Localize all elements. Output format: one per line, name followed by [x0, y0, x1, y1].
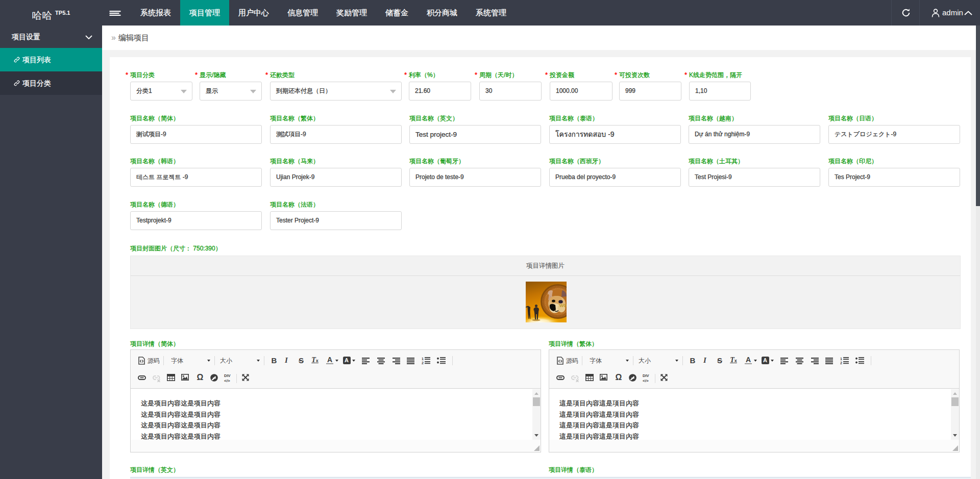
svg-text:1: 1	[422, 357, 424, 361]
svg-text:2: 2	[840, 361, 842, 364]
svg-text:2: 2	[422, 361, 424, 364]
svg-text:WO: WO	[559, 303, 567, 308]
svg-text:1: 1	[840, 357, 842, 361]
svg-text:DIV: DIV	[224, 373, 231, 378]
svg-text:</>: </>	[643, 379, 649, 383]
svg-text:DIV: DIV	[643, 373, 649, 378]
svg-text:</>: </>	[224, 379, 230, 383]
